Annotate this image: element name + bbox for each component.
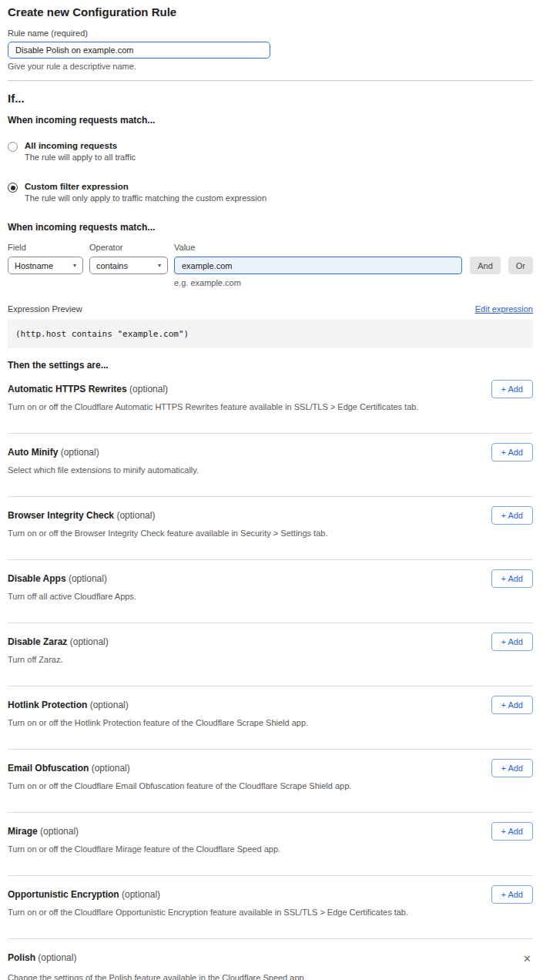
add-setting-button[interactable]: + Add [491,443,533,461]
rule-name-label: Rule name (required) [8,29,533,38]
then-heading: Then the settings are... [8,360,533,371]
rule-name-group: Rule name (required) Give your rule a de… [8,29,533,71]
field-select-value: Hostname [15,261,53,270]
setting-row: Automatic HTTPS Rewrites (optional)+ Add… [8,371,533,434]
setting-title: Mirage (optional) [8,826,79,837]
expression-preview-label: Expression Preview [8,304,82,314]
setting-description: Turn on or off the Cloudflare Mirage fea… [8,844,439,854]
setting-description: Change the settings of the Polish featur… [8,973,533,980]
add-setting-button[interactable]: + Add [491,633,533,651]
field-select[interactable]: Hostname ▾ [8,257,83,274]
chevron-down-icon: ▾ [73,262,76,269]
setting-description: Turn off all active Cloudflare Apps. [8,592,439,601]
add-setting-button[interactable]: + Add [491,380,533,398]
rule-name-input[interactable] [8,42,270,59]
expression-preview-code: (http.host contains "example.com") [8,320,533,348]
setting-title: Polish (optional) [8,952,76,963]
polish-section: Polish (optional) ✕ Change the settings … [8,939,533,980]
radio-custom-filter-expression[interactable]: Custom filter expression The rule will o… [8,182,533,203]
match-heading: When incoming requests match... [8,115,533,126]
and-button[interactable]: And [470,257,501,274]
setting-row: Disable Zaraz (optional)+ AddTurn off Za… [8,623,533,686]
close-icon[interactable]: ✕ [521,952,533,965]
field-label: Field [8,243,83,252]
setting-title: Auto Minify (optional) [8,447,99,458]
builder-heading: When incoming requests match... [8,222,533,233]
chevron-down-icon: ▾ [158,262,161,269]
settings-list: Automatic HTTPS Rewrites (optional)+ Add… [8,371,533,939]
setting-description: Turn on or off the Browser Integrity Che… [8,529,439,538]
setting-row: Auto Minify (optional)+ AddSelect which … [8,434,533,497]
setting-row: Disable Apps (optional)+ AddTurn off all… [8,560,533,623]
rule-name-help: Give your rule a descriptive name. [8,62,533,71]
page-title: Create new Configuration Rule [8,5,533,18]
radio-label: Custom filter expression [25,182,266,191]
add-setting-button[interactable]: + Add [491,569,533,588]
setting-description: Turn off Zaraz. [8,655,439,664]
value-input[interactable] [174,257,462,274]
operator-select-value: contains [96,261,128,270]
setting-description: Turn on or off the Cloudflare Automatic … [8,402,439,411]
radio-label: All incoming requests [25,141,136,150]
radio-description: The rule will apply to all traffic [25,153,136,162]
add-setting-button[interactable]: + Add [491,696,533,714]
setting-title: Opportunistic Encryption (optional) [8,889,160,900]
add-setting-button[interactable]: + Add [491,822,533,841]
setting-title: Browser Integrity Check (optional) [8,510,155,521]
add-setting-button[interactable]: + Add [491,885,533,904]
operator-label: Operator [89,243,168,252]
add-setting-button[interactable]: + Add [491,759,533,777]
radio-description: The rule will only apply to traffic matc… [25,193,266,203]
create-configuration-rule-page: Create new Configuration Rule Rule name … [0,0,543,980]
setting-title: Disable Zaraz (optional) [8,636,109,647]
edit-expression-link[interactable]: Edit expression [475,304,533,314]
setting-row: Email Obfuscation (optional)+ AddTurn on… [8,750,533,813]
setting-title: Email Obfuscation (optional) [8,763,130,774]
setting-title: Disable Apps (optional) [8,573,107,584]
setting-description: Select which file extensions to minify a… [8,465,439,475]
setting-row: Mirage (optional)+ AddTurn on or off the… [8,813,533,876]
if-heading: If... [8,92,533,105]
expression-builder: Field Hostname ▾ Operator contains ▾ Val… [8,243,533,287]
add-setting-button[interactable]: + Add [491,506,533,525]
value-help: e.g. example.com [174,278,533,287]
setting-row: Browser Integrity Check (optional)+ AddT… [8,497,533,560]
radio-button-icon[interactable] [8,183,18,193]
setting-row: Opportunistic Encryption (optional)+ Add… [8,876,533,939]
radio-all-incoming-requests[interactable]: All incoming requests The rule will appl… [8,141,533,162]
setting-title: Hotlink Protection (optional) [8,700,129,710]
setting-description: Turn on or off the Hotlink Protection fe… [8,718,439,727]
or-button[interactable]: Or [508,257,533,274]
value-label: Value [174,243,462,252]
section-divider [8,80,533,81]
setting-row: Hotlink Protection (optional)+ AddTurn o… [8,686,533,750]
radio-button-icon[interactable] [8,142,18,152]
setting-description: Turn on or off the Cloudflare Email Obfu… [8,781,439,790]
setting-description: Turn on or off the Cloudflare Opportunis… [8,908,439,917]
setting-title: Automatic HTTPS Rewrites (optional) [8,384,168,394]
operator-select[interactable]: contains ▾ [89,257,168,274]
